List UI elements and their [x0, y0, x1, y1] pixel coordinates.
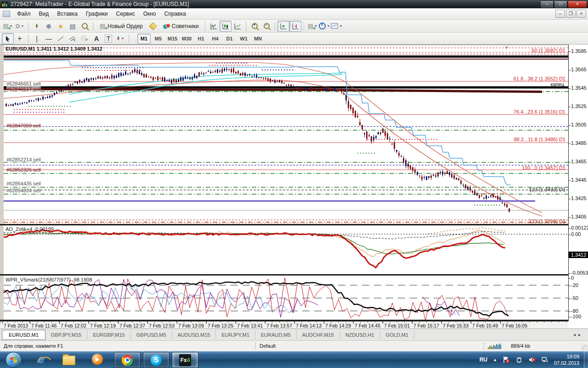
text-label-tool-button[interactable]: T [102, 33, 114, 44]
menu-item-справка[interactable]: Справка [160, 9, 190, 18]
time-tick [177, 322, 177, 324]
metaeditor-button[interactable] [147, 21, 159, 32]
timeframe-w1[interactable]: W1 [237, 34, 250, 44]
volume-muted-icon[interactable] [528, 356, 536, 363]
chart-tab-gbpusd-m5[interactable]: GBPUSD,M5 [131, 330, 172, 339]
chart-shift-button[interactable] [289, 21, 301, 32]
start-button[interactable] [6, 352, 22, 368]
chart-client-area: EURUSD,M1 1.3411 1.3412 1.3409 1.3412 ▼ … [0, 45, 588, 328]
channel-tool-button[interactable]: E [67, 33, 79, 44]
timeframe-h4[interactable]: H4 [209, 34, 222, 44]
timeframe-h1[interactable]: H1 [194, 34, 208, 44]
chart-tab-gold-m1[interactable]: GOLD,M1 [380, 330, 415, 339]
file-explorer-button[interactable] [62, 352, 76, 366]
time-tick [294, 322, 295, 324]
timeframe-m5[interactable]: M5 [152, 34, 165, 44]
menu-item-файл[interactable]: Файл [13, 9, 35, 18]
chart-tab-audusd-m15[interactable]: AUDUSD,M15 [172, 330, 216, 339]
chart-tab-audchf-m15[interactable]: AUDCHF,M15 [297, 330, 340, 339]
minimize-button[interactable]: – [540, 0, 554, 8]
cursor-tool-button[interactable] [2, 33, 14, 44]
price-scale: 1.3412 1.35851.35651.35451.35251.35051.3… [568, 45, 588, 321]
terminal-button[interactable]: ▤ [67, 21, 79, 32]
metatrader-logo-icon [1, 1, 8, 7]
status-traffic: 889/4 kb [507, 342, 534, 350]
network-icon[interactable] [541, 356, 548, 363]
close-button[interactable]: × [568, 0, 587, 8]
time-label: 7 Feb 13:41 [237, 323, 263, 328]
market-watch-button[interactable]: ▲▼ [31, 21, 43, 32]
power-plug-icon[interactable] [515, 356, 523, 363]
profiles-button[interactable]: ⧉▼ [14, 21, 26, 32]
templates-button[interactable]: ▼ [330, 21, 343, 32]
candlestick-chart-button[interactable] [220, 21, 232, 32]
chart-tab-eurgbp-m15[interactable]: EURGBP,M15 [87, 330, 131, 339]
strategy-tester-button[interactable] [79, 21, 90, 32]
line-chart-button[interactable] [232, 21, 243, 32]
expert-advisors-button[interactable]: Советники [159, 21, 203, 32]
chart-shift-marker-icon[interactable]: ▼ [504, 45, 509, 50]
system-tray: RU ▲ 19:09 07.02.2013 [477, 351, 588, 368]
chart-tab-gbpjpy-m15[interactable]: GBPJPY,M15 [45, 330, 87, 339]
language-indicator[interactable]: RU [480, 356, 487, 363]
timeframe-m30[interactable]: M30 [180, 34, 193, 44]
text-tool-button[interactable]: A [90, 33, 102, 44]
menu-item-вставка[interactable]: Вставка [53, 9, 82, 18]
new-chart-button[interactable]: ▤+▼ [2, 21, 14, 32]
vertical-line-tool-button[interactable]: | [31, 33, 43, 44]
menu-item-вид[interactable]: Вид [35, 9, 53, 18]
time-label: 7 Feb 16:05 [502, 323, 527, 328]
time-axis[interactable]: 7 Feb 20137 Feb 11:467 Feb 12:027 Feb 12… [0, 321, 568, 328]
timeframe-m15[interactable]: M15 [166, 34, 179, 44]
metatrader-window: 2729427: MetaTrader - E-Global Trade & F… [0, 0, 588, 368]
chart-tab-euraud-m5[interactable]: EURAUD,M5 [255, 330, 297, 339]
fibonacci-tool-button[interactable]: F [79, 33, 90, 44]
action-center-flag-icon[interactable] [503, 356, 510, 363]
chart-tab-eurusd-m1[interactable]: EURUSD,M1 [2, 330, 45, 340]
bar-chart-button[interactable] [208, 21, 220, 32]
mdi-restore-button[interactable]: ❐ [566, 10, 576, 18]
chrome-taskbar-button[interactable] [114, 352, 141, 368]
auto-scroll-button[interactable] [277, 21, 289, 32]
time-label: 7 Feb 13:09 [178, 323, 204, 328]
order-label: #62846651 sell [6, 81, 41, 86]
tray-expand-icon[interactable]: ▲ [493, 357, 497, 362]
indicators-button[interactable]: ▤+▼ [306, 21, 318, 32]
zoom-out-button[interactable]: − [260, 21, 272, 32]
metatrader-taskbar-button[interactable]: Fx4 [172, 352, 198, 368]
chart-tab-eurjpy-m1[interactable]: EURJPY,M1 [216, 330, 255, 339]
timeframe-mn[interactable]: MN [251, 34, 265, 44]
show-desktop-button[interactable] [584, 351, 588, 368]
navigator-button[interactable]: ★ [55, 21, 67, 32]
mdi-close-button[interactable]: × [577, 10, 586, 18]
data-window-button[interactable]: ⊕ [43, 21, 55, 32]
timeframe-m1[interactable]: M1 [137, 34, 151, 44]
tab-scroll-arrows[interactable]: ◂▸ [573, 332, 583, 337]
timeframe-d1[interactable]: D1 [223, 34, 236, 44]
time-label: 7 Feb 14:29 [325, 323, 351, 328]
menu-item-сервис[interactable]: Сервис [112, 9, 139, 18]
menu-item-графики[interactable]: Графики [82, 9, 112, 18]
resize-grip[interactable] [582, 345, 588, 351]
crosshair-tool-button[interactable]: + [14, 33, 26, 44]
new-order-button[interactable]: ▤+ Новый Ордер [96, 21, 147, 32]
order-label: #62846517 sell [6, 86, 41, 92]
arrows-tool-button[interactable]: ▲▼▼ [114, 33, 126, 44]
skype-taskbar-button[interactable]: S [143, 352, 170, 368]
chart-tab-nzdusd-h1[interactable]: NZDUSD,H1 [340, 330, 380, 339]
internet-explorer-button[interactable]: e [34, 352, 49, 366]
taskbar-clock[interactable]: 19:09 07.02.2013 [554, 353, 579, 366]
menu-item-окно[interactable]: Окно [139, 9, 160, 18]
time-tick [147, 322, 148, 324]
trendline-tool-button[interactable] [55, 33, 67, 44]
time-label: 7 Feb 15:49 [472, 323, 498, 328]
status-bar: Для справки, нажмите F1 Default 889/4 kb [0, 340, 588, 351]
mdi-minimize-button[interactable]: – [555, 10, 565, 18]
horizontal-line-tool-button[interactable]: — [43, 33, 55, 44]
windows-taskbar: e ▶ S Fx4 RU ▲ 19:09 07.02.2013 [0, 351, 588, 368]
periods-button[interactable]: ▼ [318, 21, 330, 32]
zoom-in-button[interactable]: + [249, 21, 260, 32]
media-player-button[interactable]: ▶ [90, 352, 105, 366]
time-tick [206, 322, 207, 324]
maximize-button[interactable]: □ [554, 0, 567, 8]
